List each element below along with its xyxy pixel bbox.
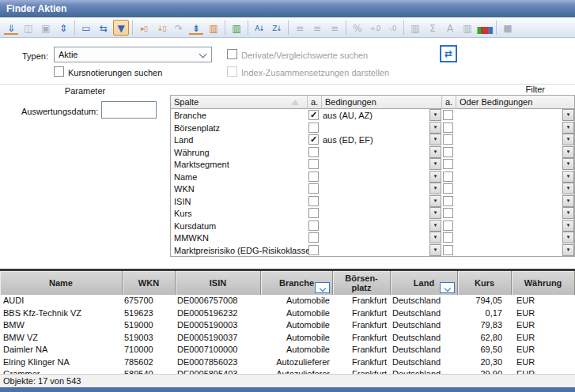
or-condition-dropdown-button[interactable]: ▼ (562, 109, 574, 121)
or-checkbox[interactable] (443, 147, 453, 157)
sort-asc-icon[interactable]: A↓ (252, 20, 267, 36)
or-condition-dropdown-button[interactable]: ▼ (562, 183, 574, 194)
typen-select[interactable]: Aktie (54, 47, 212, 62)
titlebar[interactable]: Finder Aktien (0, 0, 575, 17)
and-checkbox[interactable] (308, 196, 319, 206)
index-checkbox[interactable] (227, 66, 237, 77)
window-title: Finder Aktien (6, 3, 66, 14)
or-condition-dropdown-button[interactable]: ▼ (562, 134, 574, 145)
column-filter-button[interactable] (315, 282, 330, 293)
chart-icon[interactable]: ▅ (477, 20, 493, 36)
or-condition-dropdown-button[interactable]: ▼ (562, 220, 574, 232)
and-checkbox[interactable] (308, 172, 319, 182)
refresh-button[interactable]: ⇄ (440, 45, 457, 62)
fit-height-icon[interactable]: ⇕ (55, 20, 71, 36)
align-left-icon: ≡ (292, 20, 308, 36)
sort-desc-icon[interactable]: Z↓ (269, 20, 285, 36)
and-checkbox[interactable]: ✓ (308, 134, 319, 145)
and-checkbox[interactable] (308, 183, 319, 194)
or-checkbox[interactable] (443, 208, 453, 218)
column-stats-icon[interactable]: ▥ (206, 20, 221, 36)
derivate-checkbox[interactable] (227, 49, 237, 59)
table-row[interactable]: Grammer589540DE0005895403AutozuliefererF… (0, 368, 575, 374)
hide-column-icon[interactable]: ▥ (229, 20, 244, 36)
condition-dropdown-button[interactable]: ▼ (429, 195, 441, 207)
condition-dropdown-button[interactable]: ▼ (429, 122, 441, 134)
or-condition-dropdown-button[interactable]: ▼ (562, 232, 574, 243)
or-condition-dropdown-button[interactable]: ▼ (562, 195, 574, 207)
cell: 794,05 (458, 295, 512, 307)
condition-dropdown-button[interactable]: ▼ (429, 220, 441, 232)
cell: Autozulieferer (261, 368, 333, 374)
filter-header-bedingungen[interactable]: Bedingungen (321, 96, 441, 109)
or-checkbox[interactable] (443, 232, 453, 243)
filter-icon[interactable]: ▼ (113, 20, 129, 36)
kursnotierungen-checkbox[interactable] (54, 66, 64, 77)
table-row[interactable]: BBS Kfz-Technik VZ519623DE0005196232Auto… (0, 307, 575, 320)
condition-dropdown-button[interactable]: ▼ (429, 109, 441, 121)
or-checkbox[interactable] (443, 172, 453, 182)
table-row[interactable]: AUDI675700DE0006757008AutomobileFrankfur… (0, 295, 575, 307)
or-condition-dropdown-button[interactable]: ▼ (562, 158, 574, 170)
or-condition-dropdown-button[interactable]: ▼ (562, 171, 574, 183)
filter-header-oder-bedingungen[interactable]: Oder Bedingungen (456, 96, 575, 109)
or-condition-dropdown-button[interactable]: ▼ (562, 146, 574, 158)
or-checkbox[interactable] (443, 245, 453, 255)
or-checkbox[interactable] (443, 196, 453, 206)
table-row[interactable]: BMW VZ519003DE0005190037AutomobileFrankf… (0, 332, 575, 345)
and-checkbox[interactable] (308, 220, 319, 231)
cell: Automobile (261, 319, 333, 332)
or-checkbox[interactable] (443, 122, 453, 133)
results-header-branche[interactable]: Branche (261, 271, 333, 295)
condition-dropdown-button[interactable]: ▼ (429, 134, 441, 145)
table-row[interactable]: Elring Klinger NA785602DE0007856023Autoz… (0, 356, 575, 369)
results-header-isin[interactable]: ISIN (176, 271, 261, 295)
and-checkbox[interactable] (308, 245, 319, 255)
and-checkbox[interactable]: ✓ (308, 110, 319, 120)
new-window-icon[interactable]: ▭ (78, 20, 94, 36)
table-row[interactable]: Daimler NA710000DE0007100000AutomobileFr… (0, 344, 575, 356)
and-checkbox[interactable] (308, 159, 319, 169)
cell: EUR (512, 344, 575, 356)
and-checkbox[interactable] (308, 147, 319, 157)
or-condition-dropdown-button[interactable]: ▼ (562, 207, 574, 219)
results-header-land[interactable]: Land (391, 271, 458, 295)
condition-value[interactable]: aus (ED, EF) (323, 134, 427, 145)
and-checkbox[interactable] (308, 122, 319, 133)
or-checkbox[interactable] (443, 134, 453, 145)
finder-aktien-window: Finder Aktien ⇓◫▣⇕▭⇆▼▸▯↓▯↷⇟▥▥A↓Z↓≡≡≡%+.0… (0, 0, 575, 392)
or-condition-dropdown-button[interactable]: ▼ (562, 122, 574, 134)
condition-dropdown-button[interactable]: ▼ (429, 244, 441, 256)
and-checkbox[interactable] (308, 208, 319, 218)
filter-header-and[interactable]: a. (307, 96, 321, 109)
filter-header-and2[interactable]: a. (441, 96, 456, 109)
results-header-b-rsen-platz[interactable]: Börsen- platz (333, 271, 391, 295)
column-filter-button[interactable] (440, 282, 455, 293)
auswertungsdatum-input[interactable] (101, 101, 157, 119)
export-icon[interactable]: ⇓ (3, 20, 19, 36)
insert-column-icon[interactable]: ▸▯ (136, 20, 152, 36)
filter-header-spalte[interactable]: Spalte (171, 96, 307, 109)
condition-dropdown-button[interactable]: ▼ (429, 171, 441, 183)
or-condition-dropdown-button[interactable]: ▼ (562, 244, 574, 256)
table-row[interactable]: BMW519000DE0005190003AutomobileFrankfurt… (0, 319, 575, 332)
results-header-kurs[interactable]: Kurs (458, 271, 512, 295)
or-checkbox[interactable] (443, 159, 453, 169)
condition-dropdown-button[interactable]: ▼ (429, 158, 441, 170)
or-checkbox[interactable] (443, 220, 453, 231)
condition-dropdown-button[interactable]: ▼ (429, 183, 441, 194)
swap-layout-icon[interactable]: ⇆ (96, 20, 112, 36)
cell: Automobile (261, 295, 333, 307)
condition-dropdown-button[interactable]: ▼ (429, 146, 441, 158)
or-checkbox[interactable] (443, 183, 453, 194)
and-checkbox[interactable] (308, 232, 319, 243)
apply-column-icon[interactable]: ⇟ (188, 20, 204, 36)
condition-dropdown-button[interactable]: ▼ (429, 232, 441, 243)
condition-value[interactable]: aus (AU, AZ) (323, 110, 427, 121)
or-checkbox[interactable] (443, 110, 453, 120)
results-header-name[interactable]: Name (0, 271, 123, 295)
condition-dropdown-button[interactable]: ▼ (429, 207, 441, 219)
results-header-wkn[interactable]: WKN (123, 271, 176, 295)
insert-row-icon[interactable]: ↓▯ (153, 20, 169, 36)
results-header-w-hrung[interactable]: Währung (512, 271, 575, 295)
